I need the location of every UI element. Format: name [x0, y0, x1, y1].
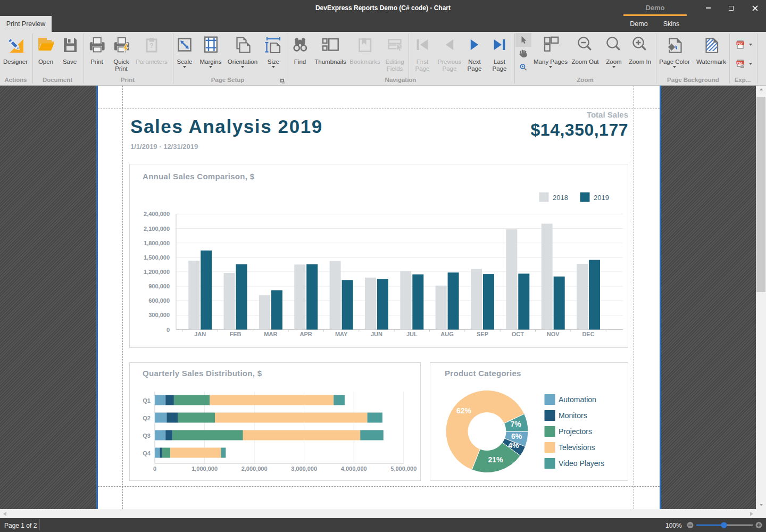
svg-text:Projectors: Projectors: [559, 427, 592, 436]
svg-text:PDF: PDF: [737, 42, 744, 45]
svg-text:AUG: AUG: [440, 331, 453, 337]
svg-text:900,000: 900,000: [148, 283, 170, 289]
svg-text:5,000,000: 5,000,000: [390, 466, 417, 472]
svg-text:0: 0: [166, 327, 170, 333]
svg-text:4,000,000: 4,000,000: [341, 466, 367, 472]
svg-text:1,800,000: 1,800,000: [144, 240, 170, 246]
svg-text:Video Players: Video Players: [559, 459, 604, 468]
svg-text:Q1: Q1: [143, 397, 151, 404]
svg-text:6%: 6%: [511, 432, 522, 440]
svg-text:300,000: 300,000: [148, 312, 170, 318]
svg-text:?: ?: [149, 42, 153, 49]
svg-text:2,100,000: 2,100,000: [144, 226, 170, 232]
svg-text:Q4: Q4: [143, 450, 151, 456]
svg-text:JAN: JAN: [194, 331, 206, 337]
svg-text:1,500,000: 1,500,000: [144, 254, 170, 261]
svg-text:0: 0: [153, 466, 156, 472]
svg-text:2,000,000: 2,000,000: [242, 466, 268, 472]
svg-text:Monitors: Monitors: [559, 411, 587, 420]
svg-text:600,000: 600,000: [148, 297, 170, 304]
svg-text:NOV: NOV: [547, 331, 560, 337]
svg-text:2018: 2018: [553, 194, 568, 202]
svg-text:MAY: MAY: [335, 331, 348, 337]
svg-text:DEC: DEC: [582, 331, 594, 337]
svg-text:21%: 21%: [488, 455, 503, 464]
svg-text:1,000,000: 1,000,000: [192, 466, 218, 472]
svg-text:62%: 62%: [456, 406, 472, 415]
svg-text:1,200,000: 1,200,000: [144, 269, 170, 275]
svg-text:OCT: OCT: [512, 331, 524, 337]
svg-text:2019: 2019: [594, 194, 609, 202]
svg-text:Q2: Q2: [143, 415, 151, 421]
svg-text:3,000,000: 3,000,000: [291, 466, 317, 472]
svg-text:4%: 4%: [508, 441, 519, 450]
svg-text:PDF: PDF: [737, 61, 744, 64]
svg-text:APR: APR: [300, 331, 312, 337]
svg-text:Q3: Q3: [143, 433, 151, 439]
svg-text:SEP: SEP: [477, 331, 488, 337]
svg-text:7%: 7%: [510, 420, 521, 428]
svg-text:MAR: MAR: [264, 331, 277, 337]
svg-text:2,400,000: 2,400,000: [144, 211, 170, 217]
svg-text:JUN: JUN: [371, 331, 382, 337]
svg-text:Televisions: Televisions: [559, 443, 595, 452]
svg-text:FEB: FEB: [230, 331, 242, 337]
svg-text:Automation: Automation: [559, 395, 596, 404]
svg-text:JUL: JUL: [406, 331, 418, 337]
